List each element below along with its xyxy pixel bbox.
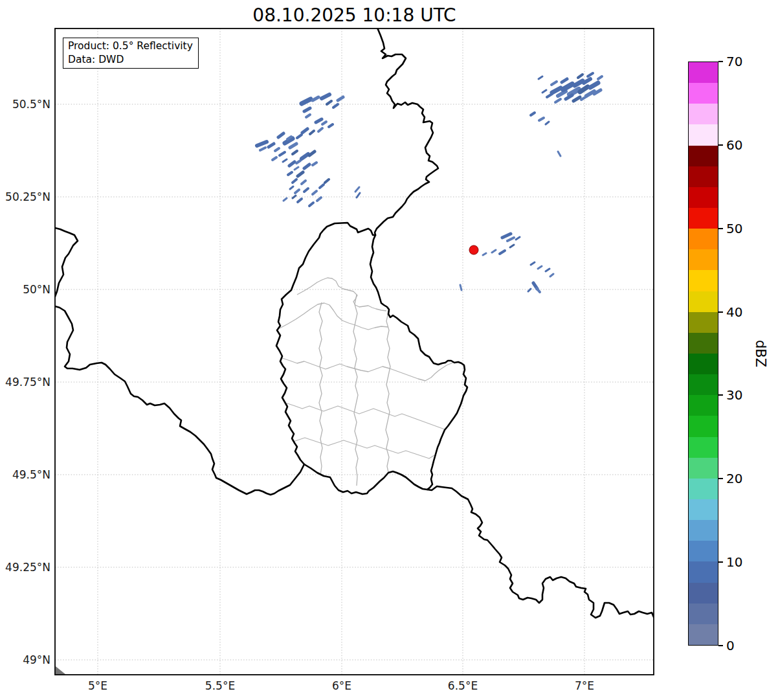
radar-echo bbox=[310, 131, 314, 134]
colorbar bbox=[688, 62, 718, 646]
colorbar-segment bbox=[689, 624, 718, 645]
radar-echo bbox=[581, 96, 586, 100]
radar-echo bbox=[309, 203, 313, 206]
colorbar-segment bbox=[689, 583, 718, 604]
radar-echo bbox=[547, 94, 552, 97]
radar-echo bbox=[313, 163, 317, 165]
border-belgium-germany bbox=[375, 28, 438, 235]
colorbar-tick bbox=[718, 61, 723, 62]
radar-echo bbox=[317, 198, 321, 201]
colorbar-tick-label: 40 bbox=[726, 304, 742, 319]
radar-echo bbox=[575, 81, 583, 85]
radar-echo bbox=[297, 135, 302, 138]
radar-echo bbox=[275, 148, 279, 151]
colorbar-tick-label: 60 bbox=[726, 137, 742, 152]
radar-echo bbox=[283, 198, 287, 201]
radar-echo bbox=[283, 159, 287, 162]
radar-echo bbox=[558, 152, 561, 156]
radar-echo bbox=[272, 157, 276, 160]
radar-echo bbox=[578, 74, 583, 78]
border-belgium-france bbox=[55, 306, 304, 495]
colorbar-segment bbox=[689, 499, 718, 520]
radar-echo bbox=[329, 124, 333, 127]
radar-echo bbox=[293, 151, 297, 154]
radar-echo bbox=[302, 181, 306, 184]
y-tick-label: 49.75°N bbox=[0, 376, 50, 389]
radar-echo bbox=[296, 161, 300, 163]
radar-echo bbox=[580, 87, 588, 92]
x-tick-label: 5°E bbox=[88, 679, 107, 692]
radar-echo bbox=[325, 179, 329, 183]
radar-echo bbox=[278, 133, 283, 137]
colorbar-segment bbox=[689, 458, 718, 479]
colorbar-segment bbox=[689, 312, 718, 333]
radar-echo bbox=[302, 154, 308, 159]
radar-echo bbox=[304, 188, 308, 192]
radar-echo bbox=[546, 269, 550, 271]
radar-echo bbox=[322, 95, 329, 98]
colorbar-segment bbox=[689, 229, 718, 249]
border-france-germany bbox=[427, 486, 654, 618]
colorbar-segment bbox=[689, 479, 718, 499]
radar-echo bbox=[257, 142, 267, 146]
radar-echo bbox=[537, 288, 540, 292]
map-svg bbox=[0, 0, 778, 700]
radar-echo bbox=[539, 76, 542, 79]
x-tick-label: 7°E bbox=[575, 679, 594, 692]
colorbar-segment bbox=[689, 208, 718, 229]
radar-echo bbox=[546, 122, 549, 124]
radar-echo bbox=[507, 238, 514, 241]
radar-map-figure: 08.10.2025 10:18 UTC bbox=[0, 0, 778, 700]
radar-echo bbox=[562, 79, 567, 82]
radar-echo bbox=[318, 128, 322, 131]
colorbar-segment bbox=[689, 291, 718, 312]
radar-echo bbox=[322, 122, 326, 124]
legend-product-line: Product: 0.5° Reflectivity bbox=[68, 40, 193, 53]
y-tick-label: 49.25°N bbox=[0, 561, 50, 574]
radar-echo bbox=[269, 144, 274, 147]
colorbar-segments bbox=[689, 62, 718, 645]
y-tick-label: 50.25°N bbox=[0, 190, 50, 203]
colorbar-segment bbox=[689, 166, 718, 187]
radar-echo bbox=[260, 148, 265, 150]
colorbar-segment bbox=[689, 561, 718, 582]
radar-site-marker bbox=[469, 245, 478, 254]
radar-echo bbox=[313, 191, 317, 194]
colorbar-tick-label: 20 bbox=[726, 471, 742, 486]
radar-echo bbox=[531, 262, 535, 265]
radar-echo bbox=[313, 97, 318, 100]
colorbar-segment bbox=[689, 541, 718, 561]
colorbar-tick bbox=[718, 561, 723, 563]
y-tick-label: 49°N bbox=[0, 653, 50, 666]
radar-echo bbox=[539, 118, 544, 120]
colorbar-tick bbox=[718, 311, 723, 313]
colorbar-segment bbox=[689, 520, 718, 541]
radar-echo bbox=[320, 185, 324, 188]
y-tick-label: 50°N bbox=[0, 283, 50, 296]
radar-echo bbox=[280, 152, 285, 155]
colorbar-tick-label: 70 bbox=[726, 54, 742, 69]
y-tick-label: 50.5°N bbox=[0, 98, 50, 111]
radar-echo bbox=[289, 162, 295, 166]
radar-echo bbox=[355, 187, 359, 192]
radar-echo bbox=[510, 245, 514, 247]
colorbar-segment bbox=[689, 270, 718, 291]
colorbar-segment bbox=[689, 146, 718, 166]
radar-echo bbox=[542, 90, 546, 93]
radar-echo bbox=[566, 95, 572, 99]
colorbar-segment bbox=[689, 395, 718, 416]
x-tick-label: 5.5°E bbox=[205, 679, 235, 692]
colorbar-tick bbox=[718, 394, 723, 396]
colorbar-segment bbox=[689, 249, 718, 270]
map-fragment-triangle bbox=[56, 666, 66, 675]
colorbar-segment bbox=[689, 374, 718, 395]
radar-echo bbox=[558, 91, 566, 96]
radar-echo bbox=[338, 97, 343, 100]
radar-echo bbox=[306, 115, 310, 117]
radar-echo bbox=[538, 266, 542, 269]
radar-echo bbox=[304, 108, 310, 111]
colorbar-segment bbox=[689, 124, 718, 145]
radar-echo bbox=[288, 172, 292, 175]
legend-box: Product: 0.5° Reflectivity Data: DWD bbox=[63, 38, 199, 69]
radar-echo bbox=[588, 73, 593, 76]
